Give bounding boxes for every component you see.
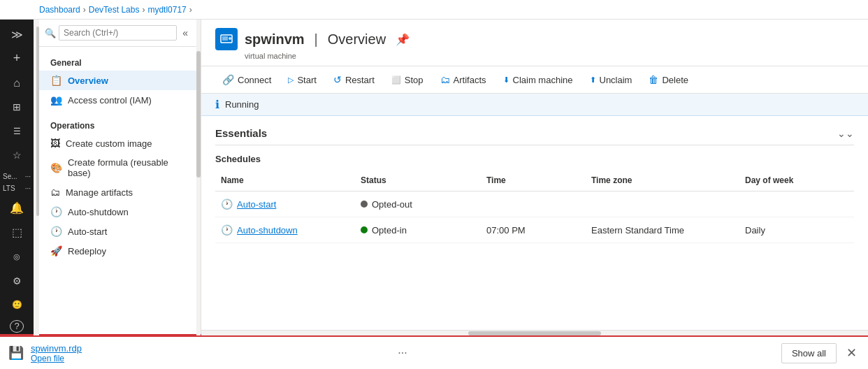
- collapse-nav-btn[interactable]: «: [180, 26, 191, 40]
- schedules-section: Schedules Name Status Time Time zone Day…: [215, 154, 854, 243]
- autoshutdown-time-cell: 07:00 PM: [481, 220, 586, 240]
- nav-item-create-image-label: Create custom image: [66, 138, 152, 149]
- delete-button[interactable]: 🗑 Delete: [642, 71, 695, 89]
- svg-point-2: [229, 37, 231, 40]
- icon-sidebar: ≫ + ⌂ ⊞ ☰ ☆ Se... ··· LTS ··· 🔔 ⬚ ◎ ⚙ 🙂 …: [0, 20, 34, 335]
- download-file-icon: 💾: [8, 345, 24, 361]
- nav-item-create-image[interactable]: 🖼 Create custom image: [39, 133, 196, 153]
- autostart-name-cell: 🕐 Auto-start: [215, 194, 355, 214]
- autoshutdown-status-text: Opted-in: [372, 225, 407, 236]
- create-formula-nav-icon: 🎨: [50, 162, 62, 173]
- nav-item-manage-artifacts[interactable]: 🗂 Manage artifacts: [39, 182, 196, 202]
- breadcrumb-sep-3: ›: [189, 5, 192, 15]
- scroll-thumb[interactable]: [468, 331, 602, 335]
- unclaim-label: Unclaim: [600, 75, 632, 85]
- auto-start-nav-icon: 🕐: [50, 226, 62, 237]
- home-icon-btn[interactable]: ⌂: [3, 71, 31, 94]
- nav-item-overview[interactable]: 📋 Overview: [39, 71, 196, 90]
- resource-name: spwinvm: [245, 31, 305, 48]
- info-icon: ℹ: [215, 98, 219, 111]
- restart-label: Restart: [345, 75, 375, 85]
- redeploy-nav-icon: 🚀: [50, 245, 62, 256]
- nav-item-auto-start-label: Auto-start: [68, 226, 107, 237]
- nav-panel: 🔍 « General 📋 Overview 👥 Access control …: [34, 20, 201, 335]
- feedback-icon-btn[interactable]: 🙂: [3, 294, 31, 317]
- autostart-time-cell: [481, 194, 586, 214]
- breadcrumb-dashboard[interactable]: Dashboard: [39, 5, 80, 15]
- status-text: Running: [225, 99, 259, 110]
- autoshutdown-name[interactable]: Auto-shutdown: [237, 225, 298, 236]
- breadcrumb-sep-1: ›: [83, 5, 86, 15]
- claim-label: Claim machine: [513, 75, 573, 85]
- delete-icon: 🗑: [649, 74, 658, 85]
- start-icon: ▷: [288, 75, 294, 85]
- settings-icon-btn[interactable]: ⚙: [3, 269, 31, 292]
- bottom-more-btn[interactable]: ···: [395, 344, 410, 362]
- autoshutdown-status-cell: Opted-in: [355, 220, 481, 240]
- nav-item-auto-shutdown-label: Auto-shutdown: [68, 207, 129, 217]
- pin-icon[interactable]: 📌: [396, 33, 410, 46]
- nav-section-general: General: [39, 52, 196, 71]
- all-services-icon-btn[interactable]: ☰: [3, 120, 31, 143]
- autoshutdown-day: Daily: [745, 225, 765, 236]
- unclaim-icon: ⬆: [590, 75, 596, 85]
- side-tab-2[interactable]: LTS ···: [0, 182, 34, 194]
- auto-shutdown-nav-icon: 🕐: [50, 206, 62, 217]
- resource-type: virtual machine: [245, 52, 854, 60]
- col-header-status: Status: [355, 173, 481, 188]
- resource-header: spwinvm | Overview 📌 virtual machine: [201, 20, 868, 66]
- autoshutdown-timezone-cell: Eastern Standard Time: [586, 220, 739, 240]
- expand-sidebar-btn[interactable]: ≫: [3, 23, 31, 46]
- nav-item-create-formula[interactable]: 🎨 Create formula (reusable base): [39, 153, 196, 182]
- notifications-icon-btn[interactable]: 🔔: [3, 197, 31, 220]
- breadcrumb-mydtl[interactable]: mydtl0717: [147, 5, 186, 15]
- autostart-status-text: Opted-out: [372, 199, 412, 210]
- nav-item-redeploy[interactable]: 🚀 Redeploy: [39, 241, 196, 261]
- stop-button[interactable]: ⬜ Stop: [384, 71, 431, 89]
- bottom-close-btn[interactable]: ✕: [844, 342, 860, 363]
- nav-item-create-formula-label: Create formula (reusable base): [68, 157, 185, 178]
- table-header-row: Name Status Time Time zone Day of week: [215, 170, 854, 191]
- table-row: 🕐 Auto-start Opted-out: [215, 191, 854, 217]
- status-banner: ℹ Running: [201, 94, 868, 116]
- autostart-name[interactable]: Auto-start: [237, 199, 276, 210]
- artifacts-button[interactable]: 🗂 Artifacts: [433, 71, 493, 89]
- autoshutdown-status-dot: [361, 226, 368, 233]
- nav-item-auto-shutdown[interactable]: 🕐 Auto-shutdown: [39, 202, 196, 222]
- bottom-filename[interactable]: spwinvm.rdp: [31, 343, 388, 354]
- artifacts-label: Artifacts: [454, 75, 486, 85]
- breadcrumb-devtest[interactable]: DevTest Labs: [89, 5, 140, 15]
- horizontal-scrollbar[interactable]: [201, 330, 868, 335]
- cloud-shell-icon-btn[interactable]: ⬚: [3, 221, 31, 244]
- col-header-timezone: Time zone: [586, 173, 739, 188]
- side-tab-1[interactable]: Se... ···: [0, 171, 34, 182]
- connect-button[interactable]: 🔗 Connect: [215, 71, 278, 89]
- access-control-nav-icon: 👥: [50, 94, 62, 106]
- restart-button[interactable]: ↺ Restart: [326, 71, 382, 89]
- essentials-expand-icon[interactable]: ⌄⌄: [837, 128, 854, 139]
- unclaim-button[interactable]: ⬆ Unclaim: [583, 71, 639, 89]
- autoshutdown-time: 07:00 PM: [486, 225, 526, 236]
- show-all-button[interactable]: Show all: [781, 343, 837, 363]
- nav-item-auto-start[interactable]: 🕐 Auto-start: [39, 222, 196, 241]
- autostart-day-cell: [739, 194, 844, 214]
- autoshutdown-day-cell: Daily: [739, 220, 844, 240]
- page-title: Overview: [328, 31, 386, 48]
- directory-icon-btn[interactable]: ◎: [3, 245, 31, 268]
- essentials-title: Essentials: [215, 127, 267, 139]
- nav-item-redeploy-label: Redeploy: [68, 246, 106, 256]
- help-icon-btn[interactable]: ?: [10, 320, 24, 333]
- favorites-icon-btn[interactable]: ☆: [3, 144, 31, 167]
- start-button[interactable]: ▷ Start: [281, 71, 323, 89]
- stop-label: Stop: [405, 75, 424, 85]
- dashboard-icon-btn[interactable]: ⊞: [3, 96, 31, 119]
- open-file-link[interactable]: Open file: [31, 354, 388, 363]
- schedules-table: Name Status Time Time zone Day of week 🕐…: [215, 170, 854, 243]
- autoshutdown-row-icon: 🕐: [221, 224, 233, 236]
- nav-item-access-control[interactable]: 👥 Access control (IAM): [39, 90, 196, 110]
- create-resource-btn[interactable]: +: [3, 48, 31, 71]
- nav-item-overview-label: Overview: [68, 75, 108, 86]
- bottom-bar: 💾 spwinvm.rdp Open file ··· Show all ✕: [0, 335, 868, 369]
- claim-machine-button[interactable]: ⬇ Claim machine: [496, 71, 580, 89]
- search-input[interactable]: [59, 25, 177, 41]
